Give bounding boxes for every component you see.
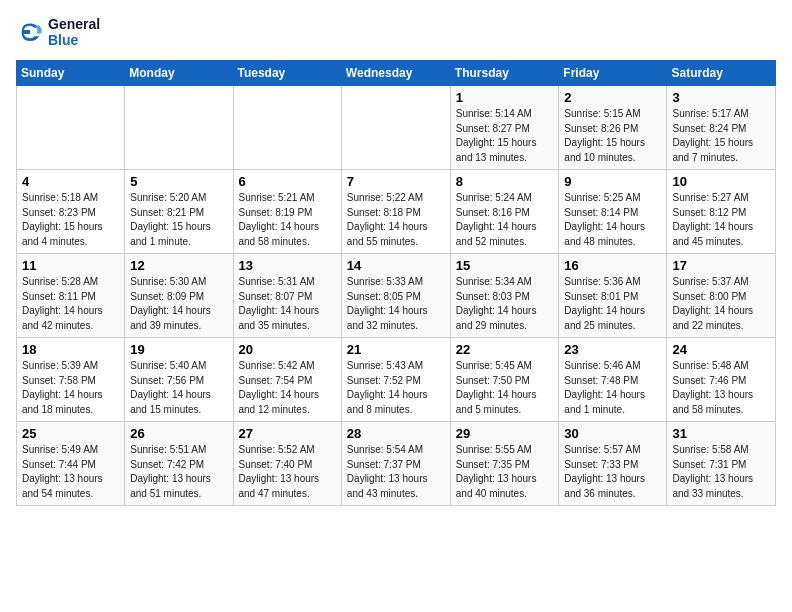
day-number: 9 — [564, 174, 661, 189]
day-number: 24 — [672, 342, 770, 357]
calendar-week-row: 1Sunrise: 5:14 AM Sunset: 8:27 PM Daylig… — [17, 86, 776, 170]
day-number: 25 — [22, 426, 119, 441]
calendar-cell: 17Sunrise: 5:37 AM Sunset: 8:00 PM Dayli… — [667, 254, 776, 338]
calendar-cell: 3Sunrise: 5:17 AM Sunset: 8:24 PM Daylig… — [667, 86, 776, 170]
day-number: 21 — [347, 342, 445, 357]
calendar-cell: 20Sunrise: 5:42 AM Sunset: 7:54 PM Dayli… — [233, 338, 341, 422]
weekday-header: Wednesday — [341, 61, 450, 86]
day-info: Sunrise: 5:15 AM Sunset: 8:26 PM Dayligh… — [564, 107, 661, 165]
calendar-cell: 9Sunrise: 5:25 AM Sunset: 8:14 PM Daylig… — [559, 170, 667, 254]
calendar-week-row: 4Sunrise: 5:18 AM Sunset: 8:23 PM Daylig… — [17, 170, 776, 254]
day-number: 10 — [672, 174, 770, 189]
day-info: Sunrise: 5:14 AM Sunset: 8:27 PM Dayligh… — [456, 107, 554, 165]
day-number: 16 — [564, 258, 661, 273]
calendar-cell: 18Sunrise: 5:39 AM Sunset: 7:58 PM Dayli… — [17, 338, 125, 422]
day-info: Sunrise: 5:24 AM Sunset: 8:16 PM Dayligh… — [456, 191, 554, 249]
day-number: 8 — [456, 174, 554, 189]
calendar-week-row: 18Sunrise: 5:39 AM Sunset: 7:58 PM Dayli… — [17, 338, 776, 422]
calendar-cell — [233, 86, 341, 170]
logo-icon — [16, 18, 44, 46]
day-number: 12 — [130, 258, 227, 273]
day-number: 23 — [564, 342, 661, 357]
weekday-header: Sunday — [17, 61, 125, 86]
day-number: 7 — [347, 174, 445, 189]
day-number: 4 — [22, 174, 119, 189]
day-info: Sunrise: 5:55 AM Sunset: 7:35 PM Dayligh… — [456, 443, 554, 501]
day-info: Sunrise: 5:18 AM Sunset: 8:23 PM Dayligh… — [22, 191, 119, 249]
day-number: 30 — [564, 426, 661, 441]
day-info: Sunrise: 5:51 AM Sunset: 7:42 PM Dayligh… — [130, 443, 227, 501]
day-number: 29 — [456, 426, 554, 441]
calendar-cell: 14Sunrise: 5:33 AM Sunset: 8:05 PM Dayli… — [341, 254, 450, 338]
calendar-cell: 1Sunrise: 5:14 AM Sunset: 8:27 PM Daylig… — [450, 86, 559, 170]
day-number: 5 — [130, 174, 227, 189]
calendar-week-row: 25Sunrise: 5:49 AM Sunset: 7:44 PM Dayli… — [17, 422, 776, 506]
day-info: Sunrise: 5:27 AM Sunset: 8:12 PM Dayligh… — [672, 191, 770, 249]
calendar-cell: 25Sunrise: 5:49 AM Sunset: 7:44 PM Dayli… — [17, 422, 125, 506]
day-info: Sunrise: 5:49 AM Sunset: 7:44 PM Dayligh… — [22, 443, 119, 501]
day-info: Sunrise: 5:46 AM Sunset: 7:48 PM Dayligh… — [564, 359, 661, 417]
calendar-cell: 13Sunrise: 5:31 AM Sunset: 8:07 PM Dayli… — [233, 254, 341, 338]
day-info: Sunrise: 5:36 AM Sunset: 8:01 PM Dayligh… — [564, 275, 661, 333]
day-info: Sunrise: 5:37 AM Sunset: 8:00 PM Dayligh… — [672, 275, 770, 333]
day-number: 28 — [347, 426, 445, 441]
day-number: 26 — [130, 426, 227, 441]
calendar-week-row: 11Sunrise: 5:28 AM Sunset: 8:11 PM Dayli… — [17, 254, 776, 338]
day-info: Sunrise: 5:33 AM Sunset: 8:05 PM Dayligh… — [347, 275, 445, 333]
calendar-cell: 19Sunrise: 5:40 AM Sunset: 7:56 PM Dayli… — [125, 338, 233, 422]
day-info: Sunrise: 5:30 AM Sunset: 8:09 PM Dayligh… — [130, 275, 227, 333]
weekday-header: Thursday — [450, 61, 559, 86]
day-info: Sunrise: 5:28 AM Sunset: 8:11 PM Dayligh… — [22, 275, 119, 333]
day-number: 22 — [456, 342, 554, 357]
day-number: 1 — [456, 90, 554, 105]
calendar-cell: 27Sunrise: 5:52 AM Sunset: 7:40 PM Dayli… — [233, 422, 341, 506]
calendar-cell — [125, 86, 233, 170]
calendar-cell: 29Sunrise: 5:55 AM Sunset: 7:35 PM Dayli… — [450, 422, 559, 506]
calendar-cell: 24Sunrise: 5:48 AM Sunset: 7:46 PM Dayli… — [667, 338, 776, 422]
calendar-cell: 6Sunrise: 5:21 AM Sunset: 8:19 PM Daylig… — [233, 170, 341, 254]
calendar-cell: 22Sunrise: 5:45 AM Sunset: 7:50 PM Dayli… — [450, 338, 559, 422]
calendar-cell — [341, 86, 450, 170]
logo: General Blue — [16, 16, 100, 48]
day-info: Sunrise: 5:43 AM Sunset: 7:52 PM Dayligh… — [347, 359, 445, 417]
calendar-cell: 23Sunrise: 5:46 AM Sunset: 7:48 PM Dayli… — [559, 338, 667, 422]
day-info: Sunrise: 5:34 AM Sunset: 8:03 PM Dayligh… — [456, 275, 554, 333]
calendar-cell: 30Sunrise: 5:57 AM Sunset: 7:33 PM Dayli… — [559, 422, 667, 506]
calendar-cell: 4Sunrise: 5:18 AM Sunset: 8:23 PM Daylig… — [17, 170, 125, 254]
day-number: 18 — [22, 342, 119, 357]
day-number: 27 — [239, 426, 336, 441]
calendar-cell: 2Sunrise: 5:15 AM Sunset: 8:26 PM Daylig… — [559, 86, 667, 170]
calendar-cell: 5Sunrise: 5:20 AM Sunset: 8:21 PM Daylig… — [125, 170, 233, 254]
day-number: 13 — [239, 258, 336, 273]
day-number: 14 — [347, 258, 445, 273]
calendar-cell: 31Sunrise: 5:58 AM Sunset: 7:31 PM Dayli… — [667, 422, 776, 506]
weekday-header: Tuesday — [233, 61, 341, 86]
day-info: Sunrise: 5:40 AM Sunset: 7:56 PM Dayligh… — [130, 359, 227, 417]
day-info: Sunrise: 5:57 AM Sunset: 7:33 PM Dayligh… — [564, 443, 661, 501]
day-info: Sunrise: 5:58 AM Sunset: 7:31 PM Dayligh… — [672, 443, 770, 501]
day-number: 11 — [22, 258, 119, 273]
day-info: Sunrise: 5:20 AM Sunset: 8:21 PM Dayligh… — [130, 191, 227, 249]
calendar-cell: 8Sunrise: 5:24 AM Sunset: 8:16 PM Daylig… — [450, 170, 559, 254]
calendar-cell: 10Sunrise: 5:27 AM Sunset: 8:12 PM Dayli… — [667, 170, 776, 254]
day-number: 15 — [456, 258, 554, 273]
calendar-cell: 28Sunrise: 5:54 AM Sunset: 7:37 PM Dayli… — [341, 422, 450, 506]
calendar-cell: 15Sunrise: 5:34 AM Sunset: 8:03 PM Dayli… — [450, 254, 559, 338]
day-info: Sunrise: 5:54 AM Sunset: 7:37 PM Dayligh… — [347, 443, 445, 501]
calendar-cell: 21Sunrise: 5:43 AM Sunset: 7:52 PM Dayli… — [341, 338, 450, 422]
day-info: Sunrise: 5:52 AM Sunset: 7:40 PM Dayligh… — [239, 443, 336, 501]
calendar-cell: 7Sunrise: 5:22 AM Sunset: 8:18 PM Daylig… — [341, 170, 450, 254]
day-info: Sunrise: 5:21 AM Sunset: 8:19 PM Dayligh… — [239, 191, 336, 249]
day-info: Sunrise: 5:17 AM Sunset: 8:24 PM Dayligh… — [672, 107, 770, 165]
calendar-cell: 12Sunrise: 5:30 AM Sunset: 8:09 PM Dayli… — [125, 254, 233, 338]
day-number: 20 — [239, 342, 336, 357]
day-info: Sunrise: 5:45 AM Sunset: 7:50 PM Dayligh… — [456, 359, 554, 417]
day-info: Sunrise: 5:25 AM Sunset: 8:14 PM Dayligh… — [564, 191, 661, 249]
weekday-header: Monday — [125, 61, 233, 86]
logo-text: General Blue — [48, 16, 100, 48]
day-number: 17 — [672, 258, 770, 273]
calendar-cell — [17, 86, 125, 170]
weekday-header: Friday — [559, 61, 667, 86]
day-info: Sunrise: 5:39 AM Sunset: 7:58 PM Dayligh… — [22, 359, 119, 417]
calendar-cell: 11Sunrise: 5:28 AM Sunset: 8:11 PM Dayli… — [17, 254, 125, 338]
